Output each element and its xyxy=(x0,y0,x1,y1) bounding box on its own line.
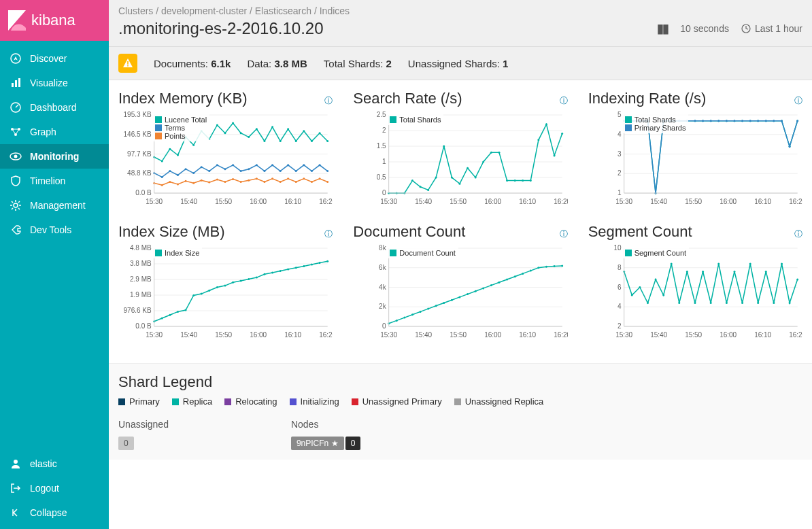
svg-text:15:30: 15:30 xyxy=(146,198,163,205)
svg-point-283 xyxy=(506,279,508,281)
svg-point-11 xyxy=(14,460,18,464)
svg-point-278 xyxy=(467,293,469,295)
svg-point-40 xyxy=(224,132,226,134)
svg-point-320 xyxy=(709,302,711,304)
warning-icon[interactable] xyxy=(118,54,137,73)
svg-text:16:00: 16:00 xyxy=(484,331,501,339)
svg-point-99 xyxy=(326,181,328,183)
svg-point-36 xyxy=(192,144,194,146)
nav-label: Dev Tools xyxy=(30,224,71,235)
chart-title: Segment Count xyxy=(588,223,692,241)
nav-item-timelion[interactable]: Timelion xyxy=(0,169,109,193)
svg-point-92 xyxy=(271,177,273,180)
breadcrumb: Clusters / development-cluster / Elastic… xyxy=(109,0,812,19)
svg-point-142 xyxy=(561,133,563,135)
svg-text:15:30: 15:30 xyxy=(615,198,632,205)
charts-grid: Index Memory (KB) ⓘ 0.0 B48.8 KB97.7 KB1… xyxy=(109,80,812,349)
nav-item-management[interactable]: Management xyxy=(0,193,109,218)
nav-item-discover[interactable]: Discover xyxy=(0,46,109,71)
clock-icon xyxy=(741,24,751,33)
svg-point-42 xyxy=(240,132,242,134)
nodes-column: Nodes 9nPICFn ★ 0 xyxy=(291,419,360,450)
gear-icon xyxy=(10,199,22,211)
svg-point-201 xyxy=(757,120,759,122)
chart-plot[interactable]: 02k4k6k8k15:3015:4015:5016:0016:1016:20 … xyxy=(353,245,567,340)
bar-icon xyxy=(10,77,22,89)
svg-text:16:20: 16:20 xyxy=(789,198,802,205)
svg-point-123 xyxy=(411,180,413,182)
nav-item-dev-tools[interactable]: Dev Tools xyxy=(0,218,109,242)
svg-point-243 xyxy=(280,270,282,272)
nav-item-elastic[interactable]: elastic xyxy=(0,451,109,476)
stat-item: Data: 3.8 MB xyxy=(247,58,307,69)
node-name-badge[interactable]: 9nPICFn ★ xyxy=(291,437,344,450)
svg-point-331 xyxy=(796,279,798,281)
svg-point-34 xyxy=(177,154,179,156)
svg-text:4: 4 xyxy=(618,131,622,138)
svg-point-63 xyxy=(224,168,226,170)
svg-point-130 xyxy=(467,167,469,169)
nav-item-graph[interactable]: Graph xyxy=(0,120,109,144)
svg-point-248 xyxy=(319,262,321,264)
title-bar: .monitoring-es-2-2016.10.20 ▮▮ 10 second… xyxy=(109,19,812,46)
chart-plot[interactable]: 00.511.522.515:3015:4015:5016:0016:1016:… xyxy=(353,112,567,207)
svg-text:16:20: 16:20 xyxy=(554,198,567,205)
svg-point-78 xyxy=(161,184,163,186)
svg-point-49 xyxy=(295,140,297,142)
info-icon[interactable]: ⓘ xyxy=(324,228,333,240)
svg-text:16:20: 16:20 xyxy=(789,331,802,339)
svg-point-204 xyxy=(781,120,783,122)
info-icon[interactable]: ⓘ xyxy=(794,228,802,240)
chart-legend: Total ShardsPrimary Shards xyxy=(622,114,689,133)
svg-point-282 xyxy=(498,281,501,284)
svg-text:48.8 KB: 48.8 KB xyxy=(127,169,152,177)
info-icon[interactable]: ⓘ xyxy=(560,228,568,240)
nav-item-visualize[interactable]: Visualize xyxy=(0,71,109,95)
nav-item-monitoring[interactable]: Monitoring xyxy=(0,144,109,169)
chart-plot[interactable]: 0.0 B48.8 KB97.7 KB146.5 KB195.3 KB15:30… xyxy=(118,112,333,207)
time-range[interactable]: Last 1 hour xyxy=(741,23,802,34)
svg-point-129 xyxy=(459,183,461,185)
refresh-interval[interactable]: 10 seconds xyxy=(680,23,729,34)
chart-plot[interactable]: 24681015:3015:4015:5016:0016:1016:20 Seg… xyxy=(588,245,802,340)
nav-item-logout[interactable]: Logout xyxy=(0,476,109,500)
svg-text:3.8 MB: 3.8 MB xyxy=(130,260,152,267)
breadcrumb-item[interactable]: Elasticsearch xyxy=(255,5,311,16)
svg-point-310 xyxy=(630,294,632,296)
svg-point-32 xyxy=(161,160,163,162)
svg-point-202 xyxy=(764,120,766,122)
svg-point-271 xyxy=(411,313,413,315)
svg-text:15:50: 15:50 xyxy=(450,198,467,205)
nav-item-dashboard[interactable]: Dashboard xyxy=(0,95,109,120)
svg-point-94 xyxy=(287,177,289,180)
svg-text:2.9 MB: 2.9 MB xyxy=(130,275,152,283)
svg-text:6: 6 xyxy=(618,284,622,291)
shard-legend-item: Replica xyxy=(172,396,212,407)
info-icon[interactable]: ⓘ xyxy=(560,95,568,107)
unassigned-column: Unassigned 0 xyxy=(118,419,169,450)
svg-point-312 xyxy=(647,302,649,304)
svg-point-329 xyxy=(781,263,783,265)
logo[interactable]: kibana xyxy=(0,0,109,41)
svg-point-232 xyxy=(192,294,194,296)
svg-text:15:50: 15:50 xyxy=(685,198,702,205)
svg-text:2: 2 xyxy=(618,322,622,330)
nav-item-collapse[interactable]: Collapse xyxy=(0,500,109,525)
pause-icon[interactable]: ▮▮ xyxy=(657,21,668,36)
info-icon[interactable]: ⓘ xyxy=(324,95,333,107)
chart-plot[interactable]: 0.0 B976.6 KB1.9 MB2.9 MB3.8 MB4.8 MB15:… xyxy=(118,245,333,340)
info-icon[interactable]: ⓘ xyxy=(794,95,802,107)
svg-point-75 xyxy=(319,164,321,166)
node-count-badge[interactable]: 0 xyxy=(345,437,361,450)
breadcrumb-item[interactable]: development-cluster xyxy=(161,5,247,16)
breadcrumb-item[interactable]: Clusters xyxy=(118,5,153,16)
svg-point-56 xyxy=(169,170,171,172)
chart-plot[interactable]: 1234515:3015:4015:5016:0016:1016:20 Tota… xyxy=(588,112,802,207)
breadcrumb-item[interactable]: Indices xyxy=(320,5,350,16)
svg-point-330 xyxy=(788,302,790,304)
unassigned-count-badge[interactable]: 0 xyxy=(118,437,134,450)
logout-icon xyxy=(10,482,22,494)
svg-text:15:30: 15:30 xyxy=(146,331,163,339)
svg-point-205 xyxy=(788,146,790,148)
svg-point-237 xyxy=(232,281,234,284)
